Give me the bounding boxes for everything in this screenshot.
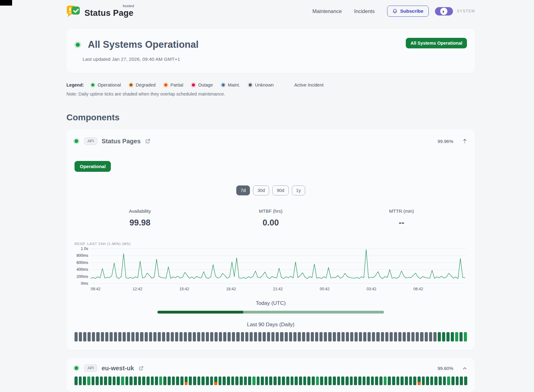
uptime-day-tick[interactable] [125, 376, 129, 385]
uptime-day-tick[interactable] [434, 376, 437, 385]
uptime-day-tick[interactable] [286, 376, 289, 385]
uptime-day-tick[interactable] [392, 376, 395, 385]
uptime-day-tick[interactable] [293, 332, 296, 341]
uptime-day-tick[interactable] [104, 376, 107, 385]
uptime-day-tick[interactable] [134, 376, 137, 385]
uptime-day-tick[interactable] [390, 332, 393, 341]
uptime-day-tick[interactable] [162, 332, 165, 341]
uptime-day-tick[interactable] [147, 376, 150, 385]
uptime-day-tick[interactable] [131, 332, 134, 341]
uptime-day-tick[interactable] [460, 376, 463, 385]
uptime-day-tick[interactable] [282, 376, 285, 385]
uptime-day-tick[interactable] [405, 376, 408, 385]
uptime-day-tick[interactable] [166, 332, 170, 341]
uptime-day-tick[interactable] [398, 332, 401, 341]
uptime-day-tick[interactable] [443, 376, 446, 385]
uptime-day-tick[interactable] [346, 376, 349, 385]
uptime-day-tick[interactable] [379, 376, 382, 385]
uptime-day-tick[interactable] [439, 376, 442, 385]
uptime-day-tick[interactable] [92, 332, 95, 341]
uptime-day-tick[interactable] [219, 332, 222, 341]
uptime-day-tick[interactable] [248, 376, 251, 385]
range-button-90d[interactable]: 90d [272, 185, 288, 195]
uptime-day-tick[interactable] [129, 376, 133, 385]
uptime-day-tick[interactable] [123, 332, 126, 341]
uptime-day-tick[interactable] [252, 376, 256, 385]
uptime-day-tick[interactable] [447, 376, 450, 385]
uptime-day-tick[interactable] [407, 332, 410, 341]
uptime-day-tick[interactable] [271, 332, 274, 341]
uptime-day-tick[interactable] [153, 332, 156, 341]
uptime-day-tick[interactable] [464, 376, 467, 385]
uptime-day-tick[interactable] [227, 376, 230, 385]
uptime-day-tick[interactable] [359, 332, 362, 341]
uptime-day-tick[interactable] [159, 376, 162, 385]
uptime-day-tick[interactable] [422, 376, 425, 385]
uptime-day-tick[interactable] [75, 332, 78, 341]
uptime-day-tick[interactable] [180, 376, 183, 385]
uptime-day-tick[interactable] [446, 332, 450, 341]
uptime-day-tick[interactable] [261, 376, 264, 385]
uptime-day-tick[interactable] [155, 376, 158, 385]
external-link-icon[interactable] [145, 138, 151, 144]
uptime-day-tick[interactable] [291, 376, 294, 385]
uptime-day-tick[interactable] [381, 332, 384, 341]
uptime-day-tick[interactable] [140, 332, 143, 341]
uptime-day-tick[interactable] [350, 332, 353, 341]
uptime-day-tick[interactable] [350, 376, 353, 385]
uptime-day-tick[interactable] [358, 376, 361, 385]
uptime-day-tick[interactable] [354, 376, 357, 385]
range-button-7d[interactable]: 7d [236, 185, 250, 195]
uptime-day-tick[interactable] [79, 376, 82, 385]
uptime-day-tick[interactable] [337, 376, 340, 385]
uptime-day-tick[interactable] [121, 376, 124, 385]
uptime-day-tick[interactable] [265, 376, 268, 385]
uptime-day-tick[interactable] [429, 332, 432, 341]
uptime-day-tick[interactable] [307, 376, 310, 385]
uptime-day-tick[interactable] [371, 376, 374, 385]
uptime-day-tick[interactable] [341, 376, 344, 385]
uptime-day-tick[interactable] [426, 376, 429, 385]
uptime-day-tick[interactable] [83, 332, 86, 341]
uptime-day-tick[interactable] [368, 332, 371, 341]
external-link-icon[interactable] [138, 366, 144, 371]
uptime-day-tick[interactable] [420, 332, 423, 341]
uptime-day-tick[interactable] [298, 332, 301, 341]
uptime-day-tick[interactable] [232, 332, 235, 341]
uptime-day-tick[interactable] [451, 376, 455, 385]
uptime-day-tick[interactable] [413, 376, 416, 385]
uptime-day-tick[interactable] [258, 332, 261, 341]
uptime-day-tick[interactable] [184, 332, 187, 341]
uptime-day-tick[interactable] [75, 376, 78, 385]
uptime-day-tick[interactable] [201, 332, 205, 341]
uptime-day-tick[interactable] [385, 332, 388, 341]
uptime-day-tick[interactable] [188, 332, 191, 341]
uptime-day-tick[interactable] [302, 332, 305, 341]
uptime-day-tick[interactable] [193, 332, 196, 341]
uptime-day-tick[interactable] [400, 376, 404, 385]
uptime-day-tick[interactable] [158, 332, 161, 341]
uptime-day-tick[interactable] [319, 332, 323, 341]
uptime-day-tick[interactable] [289, 332, 292, 341]
uptime-day-tick[interactable] [151, 376, 154, 385]
uptime-day-tick[interactable] [231, 376, 234, 385]
uptime-day-tick[interactable] [280, 332, 283, 341]
uptime-day-tick[interactable] [236, 332, 239, 341]
uptime-day-tick[interactable] [175, 332, 178, 341]
uptime-day-tick[interactable] [333, 332, 336, 341]
uptime-day-tick[interactable] [83, 376, 86, 385]
uptime-day-tick[interactable] [269, 376, 272, 385]
uptime-day-tick[interactable] [303, 376, 306, 385]
uptime-day-tick[interactable] [438, 332, 441, 341]
uptime-day-tick[interactable] [320, 376, 323, 385]
subscribe-button[interactable]: Subscribe [387, 6, 429, 17]
uptime-day-tick[interactable] [101, 332, 104, 341]
uptime-day-tick[interactable] [257, 376, 260, 385]
uptime-day-tick[interactable] [274, 376, 277, 385]
uptime-day-tick[interactable] [442, 332, 445, 341]
component-name-link[interactable]: eu-west-uk [102, 365, 134, 372]
collapse-icon[interactable] [463, 138, 467, 144]
uptime-day-tick[interactable] [223, 332, 226, 341]
uptime-day-tick[interactable] [108, 376, 111, 385]
uptime-day-tick[interactable] [267, 332, 270, 341]
